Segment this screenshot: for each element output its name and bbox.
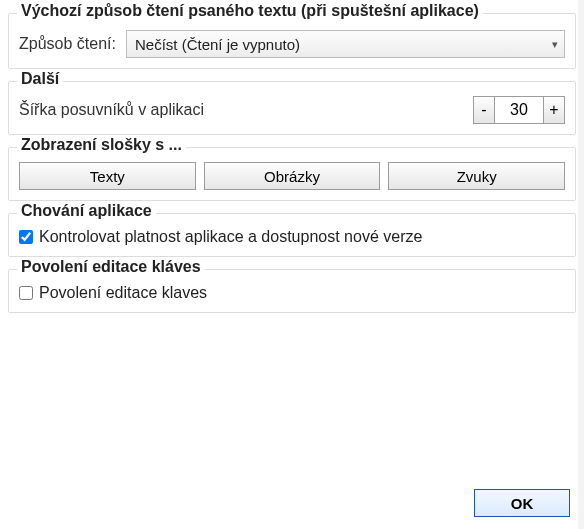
chevron-down-icon: ▾ bbox=[552, 38, 558, 51]
group-legend-folders: Zobrazení slošky s ... bbox=[17, 136, 186, 154]
open-folder-texts-button[interactable]: Texty bbox=[19, 162, 196, 190]
group-behavior: Chování aplikace Kontrolovat platnost ap… bbox=[8, 213, 576, 257]
group-folders: Zobrazení slošky s ... Texty Obrázky Zvu… bbox=[8, 147, 576, 201]
ok-button[interactable]: OK bbox=[474, 489, 570, 517]
group-default-reading: Výchozí způsob čtení psaného textu (při … bbox=[8, 13, 576, 69]
scrollbar[interactable] bbox=[578, 0, 584, 529]
select-reading-mode-value: Nečíst (Čtení je vypnuto) bbox=[135, 36, 300, 53]
checkbox-check-updates[interactable] bbox=[19, 230, 33, 244]
open-folder-images-button[interactable]: Obrázky bbox=[204, 162, 381, 190]
group-misc: Další Šířka posuvníků v aplikaci - + bbox=[8, 81, 576, 135]
stepper-slider-width: - + bbox=[473, 96, 565, 124]
slider-width-input[interactable] bbox=[495, 96, 543, 124]
slider-width-increment-button[interactable]: + bbox=[543, 96, 565, 124]
label-reading-mode: Způsob čtení: bbox=[19, 35, 116, 53]
group-legend-reading: Výchozí způsob čtení psaného textu (při … bbox=[17, 2, 483, 20]
checkbox-allow-key-edit[interactable] bbox=[19, 286, 33, 300]
group-legend-behavior: Chování aplikace bbox=[17, 202, 156, 220]
open-folder-sounds-button[interactable]: Zvuky bbox=[388, 162, 565, 190]
label-allow-key-edit[interactable]: Povolení editace klaves bbox=[39, 284, 207, 302]
label-check-updates[interactable]: Kontrolovat platnost aplikace a dostupno… bbox=[39, 228, 422, 246]
group-keys: Povolení editace kláves Povolení editace… bbox=[8, 269, 576, 313]
group-legend-keys: Povolení editace kláves bbox=[17, 258, 205, 276]
group-legend-misc: Další bbox=[17, 70, 63, 88]
slider-width-decrement-button[interactable]: - bbox=[473, 96, 495, 124]
select-reading-mode[interactable]: Nečíst (Čtení je vypnuto) ▾ bbox=[126, 30, 565, 58]
label-slider-width: Šířka posuvníků v aplikaci bbox=[19, 101, 204, 119]
